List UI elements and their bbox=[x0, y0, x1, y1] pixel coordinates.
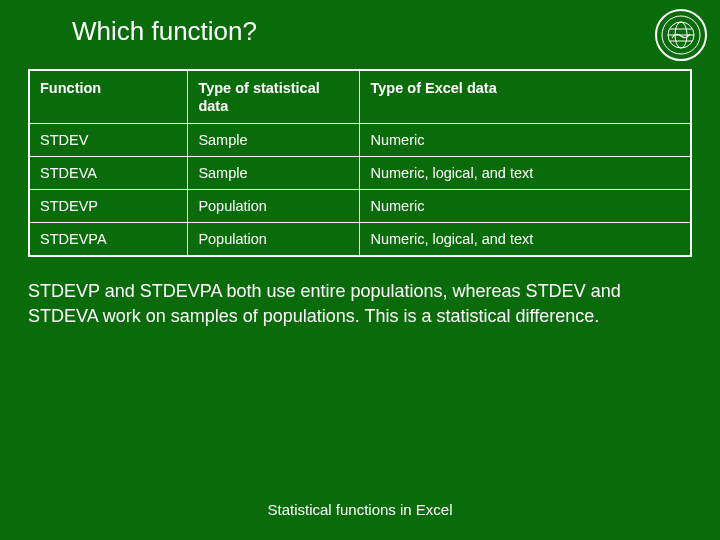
table-header-row: Function Type of statistical data Type o… bbox=[29, 70, 691, 124]
table-cell: Sample bbox=[188, 157, 360, 190]
table-row: STDEVPA Population Numeric, logical, and… bbox=[29, 223, 691, 257]
table-cell: STDEV bbox=[29, 124, 188, 157]
table-cell: STDEVP bbox=[29, 190, 188, 223]
table-cell: Numeric, logical, and text bbox=[360, 223, 691, 257]
table-header: Type of statistical data bbox=[188, 70, 360, 124]
table-cell: Population bbox=[188, 190, 360, 223]
table-cell: STDEVA bbox=[29, 157, 188, 190]
table-cell: STDEVPA bbox=[29, 223, 188, 257]
table-cell: Numeric bbox=[360, 190, 691, 223]
table-cell: Numeric bbox=[360, 124, 691, 157]
explanation-text: STDEVP and STDEVPA both use entire popul… bbox=[0, 257, 720, 328]
table-header: Type of Excel data bbox=[360, 70, 691, 124]
table-row: STDEV Sample Numeric bbox=[29, 124, 691, 157]
page-title: Which function? bbox=[0, 0, 720, 47]
table-header: Function bbox=[29, 70, 188, 124]
function-table-container: Function Type of statistical data Type o… bbox=[0, 47, 720, 257]
footer-text: Statistical functions in Excel bbox=[0, 501, 720, 518]
table-cell: Population bbox=[188, 223, 360, 257]
institute-logo bbox=[654, 8, 708, 62]
table-cell: Numeric, logical, and text bbox=[360, 157, 691, 190]
table-row: STDEVP Population Numeric bbox=[29, 190, 691, 223]
table-cell: Sample bbox=[188, 124, 360, 157]
table-row: STDEVA Sample Numeric, logical, and text bbox=[29, 157, 691, 190]
function-table: Function Type of statistical data Type o… bbox=[28, 69, 692, 257]
